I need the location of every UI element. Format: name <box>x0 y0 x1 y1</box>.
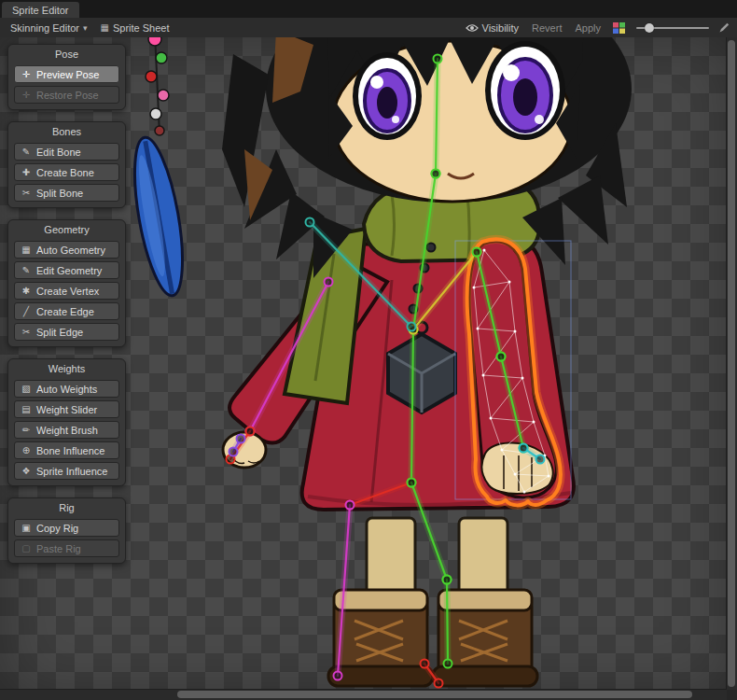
scrollbar-corner <box>727 690 737 700</box>
edit-geometry-icon: ✎ <box>21 265 32 275</box>
skinning-editor-label: Skinning Editor <box>10 22 79 34</box>
panel-weights: Weights▧Auto Weights▤Weight Slider✏Weigh… <box>7 358 126 486</box>
skinning-editor-dropdown[interactable]: Skinning Editor ▾ <box>4 18 94 37</box>
panel-title: Pose <box>14 47 119 63</box>
tab-sprite-editor[interactable]: Sprite Editor <box>2 2 79 18</box>
copy-rig-button[interactable]: ▣Copy Rig <box>14 519 119 537</box>
auto-geometry-icon: ▦ <box>21 245 32 255</box>
bone-influence-button[interactable]: ⊕Bone Influence <box>14 441 119 459</box>
panel-title: Bones <box>14 124 119 140</box>
bone-spine-lower[interactable] <box>408 326 418 487</box>
create-vertex-icon: ✱ <box>21 286 32 296</box>
horizontal-scrollbar-thumb[interactable] <box>177 691 692 698</box>
weight-slider-button[interactable]: ▤Weight Slider <box>14 400 119 418</box>
tool-label: Auto Weights <box>36 384 97 395</box>
revert-label: Revert <box>532 22 562 34</box>
auto-geometry-button[interactable]: ▦Auto Geometry <box>14 241 119 259</box>
tool-label: Auto Geometry <box>36 245 105 256</box>
bone-forearm-right[interactable] <box>497 353 528 453</box>
tool-label: Paste Rig <box>36 543 81 554</box>
tool-panels: Pose✛Preview Pose✛Restore PoseBones✎Edit… <box>7 44 126 564</box>
sprite-sheet-label: Sprite Sheet <box>113 22 170 34</box>
copy-rig-icon: ▣ <box>21 523 32 533</box>
paste-rig-button: ▢Paste Rig <box>14 539 119 557</box>
panel-pose: Pose✛Preview Pose✛Restore Pose <box>7 44 126 110</box>
apply-label: Apply <box>575 22 601 34</box>
vertical-scrollbar-thumb[interactable] <box>728 40 735 687</box>
tool-label: Create Edge <box>36 306 94 317</box>
tool-label: Restore Pose <box>36 90 99 101</box>
bone-upper-arm-right[interactable] <box>473 248 506 361</box>
chevron-down-icon: ▾ <box>83 23 88 33</box>
pencil-icon[interactable] <box>718 22 730 34</box>
sprite-influence-button[interactable]: ❖Sprite Influence <box>14 462 119 480</box>
tool-label: Copy Rig <box>36 523 78 534</box>
bone-foot[interactable] <box>421 660 443 688</box>
sprite-editor-window: Sprite Editor Skinning Editor ▾ ▦ Sprite… <box>0 0 737 700</box>
grid-icon: ▦ <box>101 22 109 33</box>
edit-geometry-button[interactable]: ✎Edit Geometry <box>14 261 119 279</box>
bone-upper-arm-left[interactable] <box>246 278 333 436</box>
panel-title: Rig <box>14 500 119 516</box>
panel-title: Weights <box>14 361 119 377</box>
panel-geometry: Geometry▦Auto Geometry✎Edit Geometry✱Cre… <box>7 219 126 347</box>
split-bone-icon: ✂ <box>21 188 32 198</box>
edit-bone-button[interactable]: ✎Edit Bone <box>14 143 119 161</box>
sprite-influence-icon: ❖ <box>21 466 32 476</box>
zoom-slider[interactable] <box>636 21 709 35</box>
window-tab-bar: Sprite Editor <box>0 0 737 18</box>
tool-label: Edit Geometry <box>36 265 102 276</box>
tool-label: Bone Influence <box>36 445 104 456</box>
auto-weights-icon: ▧ <box>21 384 32 394</box>
bone-leg-left[interactable] <box>334 501 355 680</box>
bone-shin-right[interactable] <box>443 576 452 668</box>
tool-label: Sprite Influence <box>36 466 107 477</box>
bone-thigh-right[interactable] <box>408 479 452 584</box>
zoom-slider-knob[interactable] <box>645 23 654 33</box>
paste-rig-icon: ▢ <box>21 543 32 553</box>
bone-hip[interactable] <box>346 479 416 510</box>
tool-label: Split Bone <box>36 188 83 199</box>
bone-neck[interactable] <box>432 55 442 178</box>
vertical-scrollbar[interactable] <box>726 37 737 690</box>
revert-button[interactable]: Revert <box>525 18 568 37</box>
restore-pose-icon: ✛ <box>21 90 32 100</box>
visibility-toggle[interactable]: Visibility <box>459 18 526 37</box>
split-edge-button[interactable]: ✂Split Edge <box>14 323 119 341</box>
split-edge-icon: ✂ <box>21 327 32 337</box>
visibility-label: Visibility <box>482 22 520 34</box>
weight-brush-button[interactable]: ✏Weight Brush <box>14 421 119 439</box>
edit-bone-icon: ✎ <box>21 147 32 157</box>
sprite-sheet-button[interactable]: ▦ Sprite Sheet <box>94 18 176 37</box>
tool-label: Preview Pose <box>36 69 99 80</box>
bone-influence-icon: ⊕ <box>21 445 32 455</box>
restore-pose-button: ✛Restore Pose <box>14 86 119 104</box>
tool-label: Weight Brush <box>36 425 98 436</box>
bone-shoulder-left[interactable] <box>306 218 416 331</box>
horizontal-scrollbar[interactable] <box>0 689 727 700</box>
canvas-viewport[interactable]: Pose✛Preview Pose✛Restore PoseBones✎Edit… <box>0 37 737 700</box>
create-vertex-button[interactable]: ✱Create Vertex <box>14 282 119 300</box>
tool-label: Split Edge <box>36 327 83 338</box>
weight-brush-icon: ✏ <box>21 425 32 435</box>
auto-weights-button[interactable]: ▧Auto Weights <box>14 380 119 398</box>
split-bone-button[interactable]: ✂Split Bone <box>14 184 119 202</box>
bone-spine-upper[interactable] <box>410 170 440 334</box>
create-bone-icon: ✚ <box>21 167 32 177</box>
tool-label: Create Bone <box>36 167 94 178</box>
color-mode-icon[interactable] <box>613 22 625 34</box>
create-edge-icon: ╱ <box>21 306 32 316</box>
create-bone-button[interactable]: ✚Create Bone <box>14 163 119 181</box>
panel-title: Geometry <box>14 222 119 238</box>
bone-hand-right[interactable] <box>520 444 545 464</box>
create-edge-button[interactable]: ╱Create Edge <box>14 302 119 320</box>
panel-bones: Bones✎Edit Bone✚Create Bone✂Split Bone <box>7 121 126 208</box>
preview-pose-icon: ✛ <box>21 69 32 79</box>
tool-label: Edit Bone <box>36 147 81 158</box>
tool-label: Create Vertex <box>36 286 99 297</box>
eye-icon <box>466 23 479 33</box>
toolbar: Skinning Editor ▾ ▦ Sprite Sheet Visibil… <box>0 18 737 38</box>
weight-slider-icon: ▤ <box>21 404 32 414</box>
preview-pose-button[interactable]: ✛Preview Pose <box>14 65 119 83</box>
apply-button[interactable]: Apply <box>568 18 607 37</box>
